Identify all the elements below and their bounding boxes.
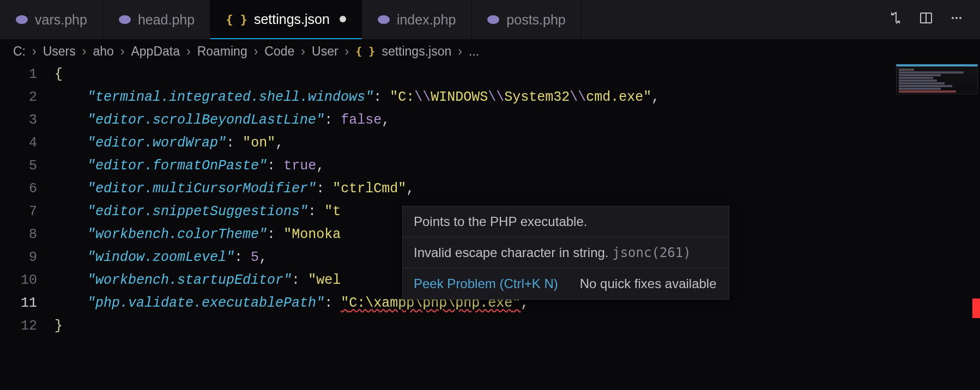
chevron-right-icon: ›	[301, 44, 305, 59]
tab-index-php[interactable]: index.php	[362, 0, 471, 39]
line-number: 9	[0, 246, 55, 269]
error-marker[interactable]	[972, 298, 980, 318]
code-line: 3 "editor.scrollBeyondLastLine": false,	[0, 109, 980, 132]
split-editor-icon[interactable]	[919, 11, 933, 29]
hover-description: Points to the PHP executable.	[403, 206, 729, 237]
hover-tooltip: Points to the PHP executable. Invalid es…	[402, 206, 729, 300]
chevron-right-icon: ›	[120, 44, 125, 59]
elephant-icon	[377, 14, 390, 25]
code-content[interactable]: "editor.wordWrap": "on",	[55, 132, 980, 155]
code-content[interactable]: "editor.formatOnPaste": true,	[55, 155, 980, 178]
code-content[interactable]: "editor.multiCursorModifier": "ctrlCmd",	[55, 178, 980, 200]
code-line: 6 "editor.multiCursorModifier": "ctrlCmd…	[0, 178, 980, 200]
code-line: 5 "editor.formatOnPaste": true,	[0, 155, 980, 178]
tab-head-php[interactable]: head.php	[103, 0, 210, 39]
tab-label: settings.json	[254, 11, 330, 27]
tab-label: head.php	[138, 12, 195, 28]
breadcrumb[interactable]: C:› Users› aho› AppData› Roaming› Code› …	[0, 39, 980, 63]
chevron-right-icon: ›	[32, 44, 37, 59]
svg-point-8	[959, 17, 961, 19]
crumb[interactable]: settings.json	[382, 44, 451, 59]
tab-label: vars.php	[35, 12, 87, 28]
chevron-right-icon: ›	[82, 44, 87, 59]
chevron-right-icon: ›	[186, 44, 191, 59]
code-line: 12 }	[0, 315, 980, 338]
code-content[interactable]: {	[55, 63, 980, 86]
svg-point-0	[16, 15, 28, 24]
line-number: 11	[0, 292, 55, 315]
line-number: 8	[0, 223, 55, 246]
line-number: 7	[0, 200, 55, 223]
line-number: 12	[0, 315, 55, 338]
elephant-icon	[487, 14, 500, 25]
line-number: 6	[0, 178, 55, 200]
line-number: 2	[0, 86, 55, 109]
crumb[interactable]: Users	[43, 44, 76, 59]
elephant-icon	[15, 14, 28, 25]
peek-problem-link[interactable]: Peek Problem (Ctrl+K N)	[414, 276, 558, 291]
chevron-right-icon: ›	[458, 44, 462, 59]
svg-point-3	[487, 15, 499, 24]
svg-point-7	[955, 17, 958, 19]
line-number: 4	[0, 132, 55, 155]
more-actions-icon[interactable]	[949, 11, 964, 29]
tab-vars-php[interactable]: vars.php	[0, 0, 103, 39]
dirty-indicator-icon	[340, 16, 346, 22]
line-number: 5	[0, 155, 55, 178]
line-number: 3	[0, 109, 55, 132]
code-line: 4 "editor.wordWrap": "on",	[0, 132, 980, 155]
line-number: 1	[0, 63, 55, 86]
chevron-right-icon: ›	[254, 44, 258, 59]
code-content[interactable]: "terminal.integrated.shell.windows": "C:…	[55, 86, 980, 109]
elephant-icon	[118, 14, 131, 25]
tab-label: posts.php	[506, 12, 565, 28]
compare-changes-icon[interactable]	[888, 11, 903, 29]
crumb[interactable]: C:	[13, 44, 26, 59]
tab-settings-json[interactable]: { } settings.json	[210, 0, 362, 39]
crumb[interactable]: Roaming	[197, 44, 247, 59]
minimap[interactable]	[896, 64, 978, 94]
tab-actions	[888, 11, 980, 29]
no-quick-fix-label: No quick fixes available	[580, 276, 717, 291]
hover-error: Invalid escape character in string. json…	[403, 237, 729, 269]
tab-posts-php[interactable]: posts.php	[471, 0, 581, 39]
code-content[interactable]: }	[55, 315, 980, 338]
svg-point-1	[119, 15, 131, 24]
line-number: 10	[0, 269, 55, 292]
code-content[interactable]: "editor.scrollBeyondLastLine": false,	[55, 109, 980, 132]
crumb[interactable]: User	[312, 44, 338, 59]
crumb[interactable]: AppData	[131, 44, 180, 59]
crumb[interactable]: Code	[264, 44, 294, 59]
code-line: 2 "terminal.integrated.shell.windows": "…	[0, 86, 980, 109]
crumb[interactable]: ...	[469, 44, 479, 59]
tab-bar: vars.php head.php { } settings.json inde…	[0, 0, 980, 39]
code-line: 1 {	[0, 63, 980, 86]
crumb[interactable]: aho	[93, 44, 113, 59]
json-icon: { }	[355, 45, 375, 58]
svg-point-6	[952, 17, 954, 19]
svg-point-2	[378, 15, 390, 24]
tab-label: index.php	[397, 12, 456, 28]
chevron-right-icon: ›	[345, 44, 349, 59]
json-icon: { }	[226, 13, 247, 26]
